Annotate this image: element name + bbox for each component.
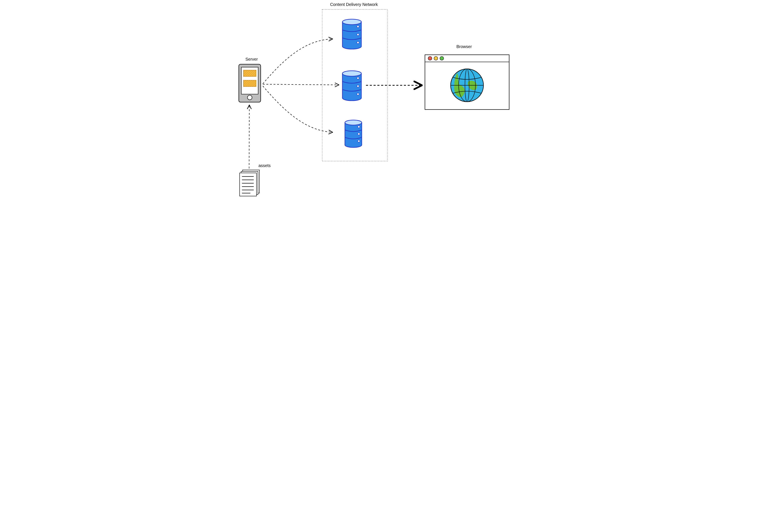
svg-point-10 <box>342 95 361 101</box>
server-node <box>239 64 261 102</box>
svg-rect-40 <box>425 55 509 110</box>
assets-label: assets <box>258 163 271 168</box>
svg-point-48 <box>465 69 469 102</box>
svg-rect-26 <box>239 64 261 102</box>
cdn-cache-top <box>342 19 361 49</box>
cdn-cache-middle <box>342 71 361 101</box>
edge-server-cache-middle <box>263 84 339 85</box>
cdn-label: Content Delivery Network <box>330 2 378 7</box>
cdn-container <box>322 10 387 161</box>
svg-point-47 <box>459 69 475 102</box>
cdn-cache-bottom <box>345 120 362 147</box>
svg-rect-32 <box>241 172 258 195</box>
diagram-canvas: Server Content Delivery Network Browser … <box>235 0 522 202</box>
svg-point-6 <box>357 34 359 36</box>
globe-icon <box>451 69 483 102</box>
svg-point-2 <box>342 44 361 49</box>
svg-point-24 <box>358 126 360 128</box>
svg-point-44 <box>440 56 444 60</box>
svg-rect-11 <box>342 74 361 98</box>
svg-rect-31 <box>243 170 259 193</box>
svg-rect-28 <box>243 70 256 77</box>
svg-point-46 <box>451 69 483 102</box>
svg-point-14 <box>357 85 359 87</box>
svg-rect-3 <box>342 22 361 46</box>
svg-rect-19 <box>345 123 362 145</box>
edge-server-cache-top <box>263 39 332 84</box>
svg-point-42 <box>428 56 432 60</box>
svg-rect-29 <box>243 80 256 86</box>
diagram-svg <box>235 0 522 202</box>
edge-server-cache-bottom <box>263 86 332 132</box>
svg-point-17 <box>342 71 361 76</box>
svg-point-7 <box>357 42 359 44</box>
svg-point-22 <box>358 133 360 135</box>
browser-node <box>425 55 509 110</box>
server-label: Server <box>246 57 258 62</box>
assets-node <box>240 170 259 196</box>
svg-point-8 <box>357 25 359 28</box>
svg-point-45 <box>451 69 483 102</box>
svg-point-23 <box>358 140 360 142</box>
browser-label: Browser <box>457 44 472 49</box>
svg-rect-33 <box>240 173 257 196</box>
svg-point-18 <box>345 142 362 147</box>
svg-point-43 <box>434 56 438 60</box>
svg-point-15 <box>357 93 359 95</box>
svg-point-30 <box>247 95 252 100</box>
svg-point-25 <box>345 120 362 125</box>
svg-rect-27 <box>241 67 258 94</box>
svg-point-16 <box>357 77 359 79</box>
svg-point-9 <box>342 19 361 25</box>
